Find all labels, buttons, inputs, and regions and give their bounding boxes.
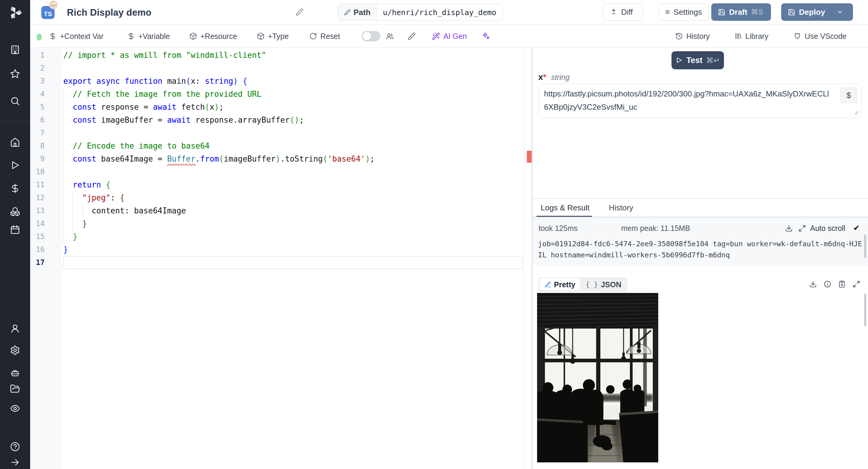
code-line[interactable]: return { bbox=[63, 179, 523, 191]
edit-title-pencil-icon[interactable] bbox=[296, 8, 304, 16]
logs-scrollbar[interactable] bbox=[864, 234, 866, 258]
auto-scroll-check-icon[interactable]: ✔ bbox=[853, 223, 860, 233]
code-editor[interactable]: 1234567891011121314151617 // import * as… bbox=[30, 48, 532, 469]
tab-logs-result[interactable]: Logs & Result bbox=[541, 203, 590, 213]
add-type-button[interactable]: +Type bbox=[257, 25, 289, 48]
folders-icon[interactable] bbox=[10, 384, 20, 394]
code-line[interactable]: const imageBuffer = await response.array… bbox=[63, 114, 523, 127]
code-line[interactable]: } bbox=[63, 230, 523, 243]
settings-button[interactable]: Settings bbox=[658, 3, 709, 21]
workers-robot-icon[interactable] bbox=[10, 368, 20, 378]
code-token: .toString bbox=[280, 154, 323, 163]
code-line[interactable]: export async function main(x: string) { bbox=[63, 75, 523, 88]
runs-play-icon[interactable] bbox=[10, 160, 20, 170]
line-number: 17 bbox=[30, 256, 62, 269]
test-button[interactable]: Test ⌘↵ bbox=[672, 51, 724, 69]
resize-grip-icon[interactable] bbox=[853, 110, 859, 115]
code-line[interactable] bbox=[63, 127, 523, 139]
add-context-var-button[interactable]: +Context Var bbox=[49, 25, 104, 48]
argument-input[interactable] bbox=[538, 84, 861, 118]
home-icon[interactable] bbox=[10, 137, 20, 147]
audit-logs-eye-icon[interactable] bbox=[10, 403, 20, 413]
sparkles-button[interactable] bbox=[482, 25, 490, 48]
schedules-calendar-icon[interactable] bbox=[10, 224, 20, 235]
code-line[interactable]: // import * as wmill from "windmill-clie… bbox=[63, 49, 523, 62]
history-label: History bbox=[686, 32, 710, 41]
result-scrollbar[interactable] bbox=[864, 293, 866, 326]
copy-clipboard-icon[interactable] bbox=[838, 280, 846, 288]
expand-logs-icon[interactable] bbox=[798, 224, 806, 232]
toggle-switch[interactable] bbox=[362, 31, 380, 41]
code-lines[interactable]: // import * as wmill from "windmill-clie… bbox=[63, 49, 523, 269]
auto-scroll-label[interactable]: Auto scroll bbox=[810, 224, 845, 233]
line-number: 10 bbox=[30, 165, 62, 179]
code-line[interactable]: const response = await fetch(x); bbox=[63, 101, 523, 114]
argument-name: x bbox=[538, 72, 543, 82]
settings-gear-icon[interactable] bbox=[10, 345, 20, 355]
code-token: imageBuffer = bbox=[96, 116, 167, 124]
download-result-icon[interactable] bbox=[809, 280, 817, 288]
code-line[interactable] bbox=[63, 256, 523, 269]
collaborators-button[interactable] bbox=[386, 25, 394, 48]
help-icon[interactable] bbox=[10, 442, 20, 452]
windmill-logo-icon[interactable] bbox=[8, 5, 22, 20]
chevron-down-icon[interactable] bbox=[836, 8, 844, 16]
code-token bbox=[63, 232, 73, 241]
code-line[interactable]: // Fetch the image from the provided URL bbox=[63, 88, 523, 101]
info-icon[interactable] bbox=[824, 280, 831, 288]
users-icon bbox=[386, 32, 394, 40]
logs-zone: took 125ms mem peak: 11.15MB Auto scroll… bbox=[532, 217, 868, 265]
history-button[interactable]: History bbox=[675, 25, 710, 48]
result-view-switcher[interactable]: Pretty { } JSON bbox=[538, 277, 627, 292]
dollar-icon bbox=[127, 32, 135, 40]
use-vscode-label: Use VScode bbox=[805, 32, 846, 41]
resources-boxes-icon[interactable] bbox=[10, 207, 20, 217]
pretty-tab[interactable]: Pretty bbox=[539, 279, 580, 290]
variables-dollar-icon[interactable] bbox=[10, 183, 20, 193]
code-token bbox=[238, 76, 243, 86]
draft-button[interactable]: Draft ⌘S bbox=[711, 3, 771, 21]
expand-arrow-icon[interactable] bbox=[10, 458, 20, 467]
deploy-button[interactable]: Deploy bbox=[781, 3, 853, 21]
diff-button[interactable]: Diff bbox=[603, 3, 643, 21]
add-resource-label: +Resource bbox=[200, 32, 237, 41]
reset-button[interactable]: Reset bbox=[309, 25, 340, 48]
code-line[interactable]: const base64Image = Buffer.from(imageBuf… bbox=[63, 153, 523, 165]
assistant-toggle[interactable] bbox=[362, 25, 380, 48]
download-logs-icon[interactable] bbox=[785, 224, 793, 232]
insert-variable-button[interactable]: $ bbox=[840, 87, 857, 103]
test-shortcut: ⌘↵ bbox=[706, 56, 720, 65]
format-brush-button[interactable] bbox=[407, 25, 415, 48]
code-line[interactable]: } bbox=[63, 217, 523, 230]
user-icon[interactable] bbox=[10, 323, 20, 334]
add-resource-button[interactable]: +Resource bbox=[189, 25, 237, 48]
use-vscode-button[interactable]: Use VScode bbox=[793, 25, 846, 48]
expand-result-icon[interactable] bbox=[852, 280, 860, 288]
code-token: x bbox=[210, 102, 214, 112]
favorites-star-icon[interactable] bbox=[10, 69, 20, 79]
code-line[interactable]: } bbox=[63, 243, 523, 256]
indent-guide bbox=[63, 179, 64, 191]
ai-gen-button[interactable]: AI Gen bbox=[432, 25, 467, 48]
code-token: "jpeg" bbox=[82, 193, 111, 202]
code-line[interactable]: content: base64Image bbox=[63, 205, 523, 217]
add-variable-button[interactable]: +Variable bbox=[127, 25, 170, 48]
code-token: ( bbox=[323, 154, 328, 163]
code-line[interactable] bbox=[63, 165, 523, 179]
diff-icon bbox=[610, 8, 618, 16]
tab-history[interactable]: History bbox=[609, 203, 633, 213]
code-line[interactable]: // Encode the image to base64 bbox=[63, 139, 523, 153]
code-line[interactable]: "jpeg": { bbox=[63, 191, 523, 205]
json-tab[interactable]: { } JSON bbox=[581, 279, 626, 290]
vscode-cat-icon bbox=[793, 32, 801, 40]
search-icon[interactable] bbox=[10, 96, 20, 106]
path-control[interactable]: Path u/henri/rich_display_demo bbox=[338, 4, 503, 21]
library-button[interactable]: Library bbox=[734, 25, 768, 48]
diff-label: Diff bbox=[621, 7, 633, 17]
code-token: await bbox=[153, 102, 176, 112]
code-token bbox=[63, 90, 73, 99]
workspace-icon[interactable] bbox=[10, 44, 20, 55]
path-edit-button[interactable]: Path bbox=[338, 4, 377, 21]
add-variable-label: +Variable bbox=[138, 32, 170, 41]
code-line[interactable] bbox=[63, 62, 523, 75]
